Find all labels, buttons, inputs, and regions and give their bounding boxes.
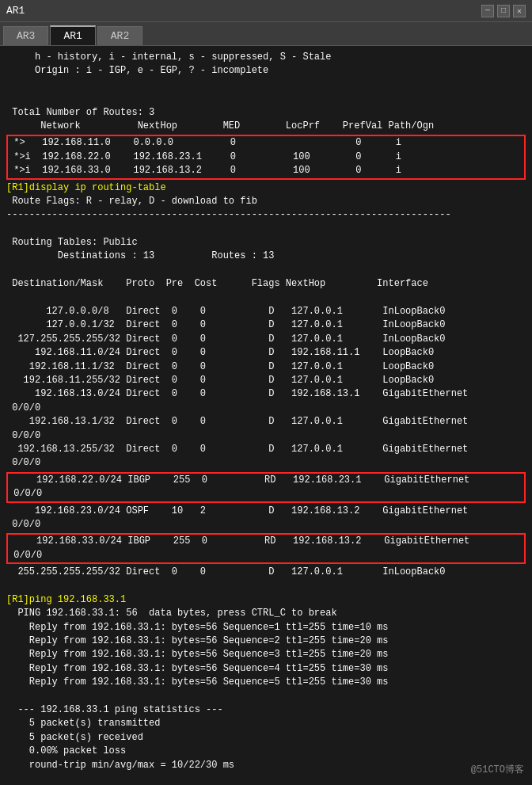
cmd-display-routing: [R1]display ip routing-table: [6, 181, 526, 195]
rt-broadcast: 255.255.255.255/32 Direct 0 0 D 127.0.0.…: [6, 566, 526, 579]
watermark: @51CTO博客: [471, 764, 524, 777]
title-bar: AR1 ─ □ ✕: [0, 0, 532, 22]
window-title: AR1: [6, 5, 25, 17]
line-blank6: [6, 772, 526, 785]
title-controls[interactable]: ─ □ ✕: [481, 5, 526, 17]
rt-192-13-1: 192.168.13.1/32 Direct 0 0 D 127.0.0.1 G…: [6, 415, 526, 429]
bgp-route-1: *> 192.168.11.0 0.0.0.0 0 0 i: [8, 136, 524, 150]
line-1: h - history, i - internal, s - suppresse…: [6, 51, 526, 64]
rt-192-11-1: 192.168.11.1/32 Direct 0 0 D 127.0.0.1 L…: [6, 360, 526, 374]
rt-192-13-0: 192.168.13.0/24 Direct 0 0 D 192.168.13.…: [6, 387, 526, 401]
rt-header: Destination/Mask Proto Pre Cost Flags Ne…: [6, 277, 526, 291]
separator: ----------------------------------------…: [6, 208, 526, 222]
rt-loopback2: 127.255.255.255/32 Direct 0 0 D 127.0.0.…: [6, 333, 526, 346]
ping33-reply2: Reply from 192.168.33.1: bytes=56 Sequen…: [6, 634, 526, 648]
route-flags: Route Flags: R - relay, D - download to …: [6, 195, 526, 208]
ping33-loss: 0.00% packet loss: [6, 745, 526, 758]
line-blank2: [6, 264, 526, 277]
destinations: Destinations : 13 Routes : 13: [6, 250, 526, 263]
close-button[interactable]: ✕: [513, 5, 526, 17]
ping33-reply3: Reply from 192.168.33.1: bytes=56 Sequen…: [6, 648, 526, 661]
line-2: Origin : i - IGP, e - EGP, ? - incomplet…: [6, 64, 526, 78]
tab-ar1[interactable]: AR1: [50, 25, 95, 45]
ping33-tx: 5 packet(s) transmitted: [6, 717, 526, 730]
ping33-stats-header: --- 192.168.33.1 ping statistics ---: [6, 703, 526, 717]
ping33-rtt: round-trip min/avg/max = 10/22/30 ms: [6, 759, 526, 772]
rt-loopback1: 127.0.0.1/32 Direct 0 0 D 127.0.0.1 InLo…: [6, 318, 526, 332]
rt-192-22-0-cont: 0/0/0: [8, 487, 524, 501]
rt-192-11-255: 192.168.11.255/32 Direct 0 0 D 127.0.0.1…: [6, 374, 526, 387]
rt-192-13-1-cont: 0/0/0: [6, 429, 526, 443]
tab-ar2[interactable]: AR2: [97, 26, 142, 45]
minimize-button[interactable]: ─: [481, 5, 494, 17]
terminal[interactable]: h - history, i - internal, s - suppresse…: [0, 46, 532, 785]
rt-192-22-0: 192.168.22.0/24 IBGP 255 0 RD 192.168.23…: [8, 474, 524, 487]
ibgp-33-block: 192.168.33.0/24 IBGP 255 0 RD 192.168.13…: [6, 533, 526, 564]
restore-button[interactable]: □: [497, 5, 510, 17]
rt-192-13-255: 192.168.13.255/32 Direct 0 0 D 127.0.0.1…: [6, 443, 526, 456]
routing-tables: Routing Tables: Public: [6, 236, 526, 250]
title-bar-left: AR1: [6, 5, 25, 17]
rt-192-11-0: 192.168.11.0/24 Direct 0 0 D 192.168.11.…: [6, 346, 526, 360]
tab-bar: AR3 AR1 AR2: [0, 22, 532, 46]
ping33-reply5: Reply from 192.168.33.1: bytes=56 Sequen…: [6, 676, 526, 689]
ibgp-22-block: 192.168.22.0/24 IBGP 255 0 RD 192.168.23…: [6, 472, 526, 503]
ping33-header: PING 192.168.33.1: 56 data bytes, press …: [6, 607, 526, 620]
line-5: Total Number of Routes: 3: [6, 106, 526, 120]
ping33-reply1: Reply from 192.168.33.1: bytes=56 Sequen…: [6, 621, 526, 634]
line-header: Network NextHop MED LocPrf PrefVal Path/…: [6, 120, 526, 133]
line-4: [6, 92, 526, 105]
ping33-rx: 5 packet(s) received: [6, 731, 526, 745]
ping33-reply4: Reply from 192.168.33.1: bytes=56 Sequen…: [6, 662, 526, 676]
bgp-routes-block: *> 192.168.11.0 0.0.0.0 0 0 i *>i 192.16…: [6, 135, 526, 179]
cmd-ping-33: [R1]ping 192.168.33.1: [6, 593, 526, 607]
main-window: AR1 ─ □ ✕ AR3 AR1 AR2 h - history, i - i…: [0, 0, 532, 785]
line-blank1: [6, 223, 526, 236]
rt-192-13-255-cont: 0/0/0: [6, 456, 526, 470]
rt-192-33-0-cont: 0/0/0: [8, 549, 524, 562]
line-blank4: [6, 579, 526, 593]
bgp-route-2: *>i 192.168.22.0 192.168.23.1 0 100 0 i: [8, 151, 524, 164]
rt-192-23-0-cont: 0/0/0: [6, 518, 526, 532]
line-blank5: [6, 690, 526, 703]
bgp-route-3: *>i 192.168.33.0 192.168.13.2 0 100 0 i: [8, 164, 524, 177]
rt-192-33-0: 192.168.33.0/24 IBGP 255 0 RD 192.168.13…: [8, 535, 524, 548]
line-blank3: [6, 292, 526, 305]
rt-192-23-0: 192.168.23.0/24 OSPF 10 2 D 192.168.13.2…: [6, 505, 526, 518]
rt-192-13-0-cont: 0/0/0: [6, 402, 526, 415]
line-3: [6, 78, 526, 92]
tab-ar3[interactable]: AR3: [3, 26, 48, 45]
rt-loopback0: 127.0.0.0/8 Direct 0 0 D 127.0.0.1 InLoo…: [6, 305, 526, 318]
